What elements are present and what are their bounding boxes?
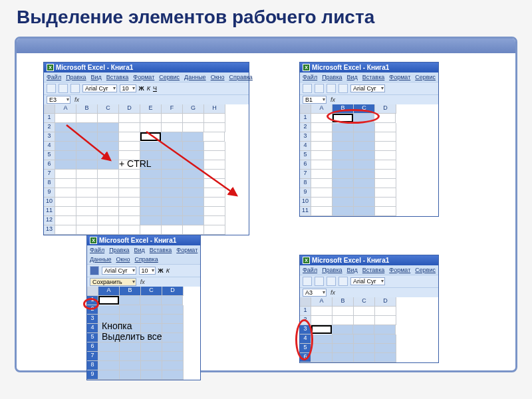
row-header[interactable]: 3 xyxy=(300,325,311,334)
cell[interactable] xyxy=(204,160,225,170)
column-header[interactable]: D xyxy=(375,297,396,307)
cell[interactable] xyxy=(354,316,375,325)
cell[interactable] xyxy=(375,132,396,142)
cell[interactable] xyxy=(55,132,76,142)
cell[interactable] xyxy=(183,179,204,188)
cell[interactable] xyxy=(204,114,225,123)
cell[interactable] xyxy=(98,132,119,142)
cell[interactable] xyxy=(203,132,225,142)
cell[interactable] xyxy=(98,207,119,216)
cell[interactable] xyxy=(354,198,375,207)
cell[interactable] xyxy=(55,207,76,216)
cell[interactable] xyxy=(140,188,162,198)
cell[interactable] xyxy=(162,342,184,352)
cell[interactable] xyxy=(311,334,332,344)
cell[interactable] xyxy=(354,170,375,179)
column-header[interactable]: H xyxy=(204,104,225,114)
cell[interactable] xyxy=(375,334,396,344)
select-all-corner[interactable] xyxy=(300,104,311,114)
menu-tools[interactable]: Сервис xyxy=(415,74,436,80)
menu-view[interactable]: Вид xyxy=(347,74,358,80)
cell[interactable] xyxy=(98,198,119,207)
cell[interactable] xyxy=(162,296,183,305)
cell[interactable] xyxy=(98,361,120,370)
row-header[interactable]: 8 xyxy=(300,179,311,188)
column-header[interactable]: B xyxy=(120,287,141,296)
cell[interactable] xyxy=(375,344,396,353)
menu-edit[interactable]: Правка xyxy=(109,247,129,253)
select-all-corner[interactable] xyxy=(300,297,311,307)
column-header[interactable]: B xyxy=(76,104,98,114)
cell[interactable] xyxy=(311,316,332,325)
cell[interactable] xyxy=(332,334,354,344)
open-icon[interactable] xyxy=(315,84,324,93)
cell[interactable] xyxy=(354,307,375,316)
cell[interactable] xyxy=(76,151,98,160)
cell[interactable] xyxy=(162,188,183,198)
cell[interactable] xyxy=(140,142,162,151)
cell[interactable] xyxy=(183,151,204,160)
row-header[interactable]: 6 xyxy=(300,160,311,170)
cell[interactable] xyxy=(375,170,396,179)
cell[interactable] xyxy=(354,334,375,344)
row-header[interactable]: 1 xyxy=(300,307,311,316)
cell[interactable] xyxy=(76,188,98,198)
cell[interactable] xyxy=(162,179,183,188)
cell[interactable] xyxy=(204,216,225,225)
row-header[interactable]: 13 xyxy=(44,225,55,235)
cell[interactable] xyxy=(55,225,76,235)
cell[interactable] xyxy=(141,361,162,370)
cell[interactable] xyxy=(119,123,140,132)
menu-format[interactable]: Формат xyxy=(389,74,410,80)
cell[interactable] xyxy=(120,370,141,380)
column-header[interactable]: C xyxy=(354,104,375,114)
save-icon[interactable] xyxy=(327,277,336,286)
cell[interactable] xyxy=(183,225,204,235)
cell[interactable] xyxy=(311,114,332,123)
cell[interactable] xyxy=(354,132,375,142)
cell[interactable] xyxy=(332,307,354,316)
cell[interactable] xyxy=(204,142,225,151)
row-header[interactable]: 9 xyxy=(44,188,55,198)
cell[interactable] xyxy=(354,179,375,188)
cell[interactable] xyxy=(162,123,183,132)
cell[interactable] xyxy=(183,160,204,170)
cell[interactable] xyxy=(183,123,204,132)
cell[interactable] xyxy=(332,198,354,207)
cell[interactable] xyxy=(76,160,98,170)
row-header[interactable]: 3 xyxy=(300,132,311,142)
menu-file[interactable]: Файл xyxy=(303,267,317,273)
cell[interactable] xyxy=(183,207,204,216)
cell[interactable] xyxy=(332,160,354,170)
column-header[interactable]: D xyxy=(375,104,396,114)
cell[interactable] xyxy=(375,151,396,160)
cell[interactable] xyxy=(162,352,184,361)
row-header[interactable]: 1 xyxy=(87,296,98,305)
save-icon[interactable] xyxy=(327,84,336,93)
cell[interactable] xyxy=(375,123,396,132)
cell[interactable] xyxy=(375,160,396,170)
font-select[interactable]: Arial Cyr xyxy=(350,277,385,285)
cell[interactable] xyxy=(98,296,119,305)
cell[interactable] xyxy=(375,353,396,362)
cell[interactable] xyxy=(162,333,184,342)
cell[interactable] xyxy=(55,170,76,179)
row-header[interactable]: 12 xyxy=(44,216,55,225)
row-header[interactable]: 7 xyxy=(87,352,98,361)
column-header[interactable]: D xyxy=(162,287,184,296)
cell[interactable] xyxy=(354,344,375,353)
cell[interactable] xyxy=(162,160,183,170)
cell[interactable] xyxy=(55,198,76,207)
menu-edit[interactable]: Правка xyxy=(322,267,342,273)
menu-insert[interactable]: Вставка xyxy=(362,74,384,80)
column-header[interactable]: F xyxy=(162,104,183,114)
cell[interactable] xyxy=(55,179,76,188)
cell[interactable] xyxy=(55,114,76,123)
cell[interactable] xyxy=(98,114,119,123)
cell[interactable] xyxy=(354,142,375,151)
cell[interactable] xyxy=(183,216,204,225)
menu-tools[interactable]: Сервис xyxy=(159,74,180,80)
column-header[interactable]: E xyxy=(140,104,162,114)
row-header[interactable]: 2 xyxy=(300,316,311,325)
underline-button[interactable]: Ч xyxy=(153,85,157,92)
